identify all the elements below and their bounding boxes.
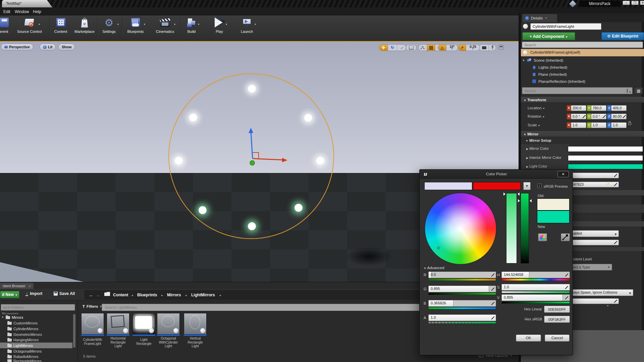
- transform-section-header[interactable]: ▼ Transform: [521, 97, 644, 103]
- color-themes-button[interactable]: [538, 233, 547, 241]
- saturation-marker-icon[interactable]: [518, 192, 520, 196]
- toolbar-content[interactable]: Content: [48, 17, 73, 34]
- lit-mode-button[interactable]: Lit: [40, 44, 56, 50]
- reset-icon[interactable]: ↺: [606, 182, 609, 186]
- themes-dropdown-button[interactable]: ▼: [523, 182, 531, 190]
- folder-item-mirrors[interactable]: ▼ Mirrors: [1, 315, 72, 320]
- import-button[interactable]: ↓ Import: [25, 291, 42, 296]
- occluded-disabled-dropdown[interactable]: sabled▼: [570, 230, 619, 237]
- b-slider-field[interactable]: 0.365826: [428, 300, 496, 307]
- forward-arrow-icon[interactable]: →: [96, 292, 100, 298]
- toolbar-marketplace[interactable]: u Marketplace: [72, 17, 97, 34]
- scale-snap-value[interactable]: 0.25▼: [466, 45, 480, 51]
- filters-button[interactable]: Filters ▼: [82, 304, 102, 308]
- lock-icon[interactable]: [628, 123, 631, 125]
- asset-tile[interactable]: [107, 313, 129, 336]
- v-slider-field[interactable]: 0.895: [501, 294, 570, 301]
- theme-color-swatch-red[interactable]: [473, 182, 521, 190]
- old-color-swatch[interactable]: [537, 198, 570, 210]
- value-bar[interactable]: [521, 193, 529, 263]
- eyedropper-button[interactable]: [561, 233, 570, 241]
- grid-snap-toggle[interactable]: [427, 45, 435, 51]
- hex-linear-field[interactable]: 00E55DFF: [544, 306, 570, 313]
- scale-z-field[interactable]: 1.0: [611, 122, 627, 128]
- mirror-color-swatch[interactable]: [568, 146, 643, 152]
- interior-mirror-color-label[interactable]: ▶ Interior Mirror Color: [526, 156, 561, 160]
- spawn-collision-dropdown[interactable]: ways Spawn, Ignore Collisions▼: [570, 289, 633, 296]
- breadcrumb-mirrors[interactable]: Mirrors: [167, 293, 181, 297]
- asset-tile[interactable]: [184, 313, 207, 336]
- maximize-viewport-button[interactable]: [499, 45, 503, 50]
- asset-tile[interactable]: [81, 313, 104, 336]
- scale-label[interactable]: Scale ▼: [528, 123, 540, 127]
- s-slider-field[interactable]: 1.0: [501, 284, 570, 291]
- surface-snap-button[interactable]: [419, 45, 427, 51]
- g-slider-field[interactable]: 0.895: [428, 286, 496, 292]
- saturation-marker-icon[interactable]: [503, 192, 505, 196]
- breadcrumb-content[interactable]: Content: [113, 293, 128, 297]
- location-label[interactable]: Location ▼: [528, 106, 545, 110]
- rotate-tool-button[interactable]: ↻: [388, 45, 397, 51]
- toolbar-cinematics[interactable]: Cinematics ▾: [153, 17, 177, 34]
- toolbar-save-current[interactable]: urrent: [0, 17, 16, 34]
- toolbar-blueprints[interactable]: Blueprints ▾: [123, 17, 148, 34]
- asset-tile-selected[interactable]: [132, 313, 155, 336]
- location-z-field[interactable]: 405.0: [611, 105, 627, 111]
- maximize-button[interactable]: ❐: [631, 1, 639, 5]
- save-all-button[interactable]: Save All: [54, 291, 75, 296]
- location-x-field[interactable]: 200.0: [571, 105, 586, 111]
- ok-button[interactable]: OK: [516, 335, 541, 342]
- scale-tool-button[interactable]: ↔: [397, 45, 406, 51]
- folder-item-clipped[interactable]: Blueprints: [2, 312, 72, 314]
- light-color-swatch[interactable]: [568, 164, 643, 169]
- folder-item-clipped[interactable]: RectangleMirrors: [7, 359, 73, 362]
- color-wheel[interactable]: [425, 193, 496, 264]
- menu-edit[interactable]: Edit: [1, 9, 12, 15]
- tree-item-lights[interactable]: Lights (Inherited): [538, 65, 567, 69]
- toolbar-settings[interactable]: ⚙ Settings ▾: [97, 17, 121, 34]
- advanced-section-header[interactable]: ▼ Advanced: [424, 266, 444, 270]
- hex-srgb-field[interactable]: 00F3A3FF: [544, 316, 570, 323]
- light-color-label[interactable]: ▶ Light Color: [526, 164, 547, 168]
- perspective-button[interactable]: Perspective: [1, 44, 33, 50]
- tab-close-icon[interactable]: ✕: [29, 285, 31, 288]
- folder-item[interactable]: HangingMirrors: [7, 337, 73, 343]
- toolbar-launch[interactable]: Launch ▾: [234, 17, 259, 34]
- expander-down-icon[interactable]: ▼: [522, 59, 525, 62]
- camera-speed-button[interactable]: [479, 45, 489, 51]
- toolbar-source-control[interactable]: Source Control ▾: [17, 17, 42, 34]
- mirror-section-header[interactable]: ▼ Mirror: [521, 131, 644, 137]
- value-marker-icon[interactable]: [518, 199, 520, 202]
- close-button[interactable]: ✕: [640, 1, 644, 5]
- occluded-value-field[interactable]: [570, 173, 619, 178]
- saturation-bar[interactable]: [506, 193, 517, 263]
- occluded-value-field[interactable]: [570, 240, 619, 245]
- scale-snap-toggle[interactable]: ↗: [458, 45, 466, 51]
- cancel-button[interactable]: Cancel: [545, 335, 570, 342]
- color-picker-titlebar[interactable]: u Color Picker ✕: [420, 170, 573, 179]
- folder-item[interactable]: CustomMirrors: [7, 320, 73, 326]
- close-icon[interactable]: ✕: [557, 171, 569, 177]
- occluded-value-field[interactable]: 047623: [570, 182, 619, 187]
- folder-item[interactable]: CylinderMirrors: [7, 326, 73, 331]
- add-component-button[interactable]: + Add Component ▼: [522, 32, 575, 40]
- details-tab[interactable]: i Details ✕: [522, 14, 557, 22]
- content-browser-tab[interactable]: ntent Browser ✕: [0, 283, 34, 289]
- interior-mirror-color-swatch[interactable]: [568, 155, 643, 161]
- move-tool-button[interactable]: [379, 45, 388, 51]
- world-space-button[interactable]: [406, 45, 416, 51]
- tree-item-scene[interactable]: Scene (Inherited): [534, 58, 563, 62]
- h-slider-field[interactable]: 144.524658: [501, 272, 570, 278]
- menu-help[interactable]: Help: [31, 9, 43, 15]
- details-search-input[interactable]: [522, 87, 633, 94]
- folder-item[interactable]: RafaelloMirrors: [7, 354, 73, 359]
- select-type-dropdown[interactable]: lect a Type▼: [570, 264, 612, 270]
- location-y-field[interactable]: 780.0: [591, 105, 606, 111]
- value-marker-icon[interactable]: [530, 199, 532, 202]
- asset-tile[interactable]: [157, 313, 180, 336]
- tab-close-icon[interactable]: ✕: [545, 16, 547, 20]
- component-search-input[interactable]: [522, 42, 643, 48]
- folder-scrollbar[interactable]: [73, 314, 75, 348]
- rotation-snap-toggle[interactable]: △: [438, 45, 446, 51]
- scale-y-field[interactable]: 1.0: [591, 122, 606, 128]
